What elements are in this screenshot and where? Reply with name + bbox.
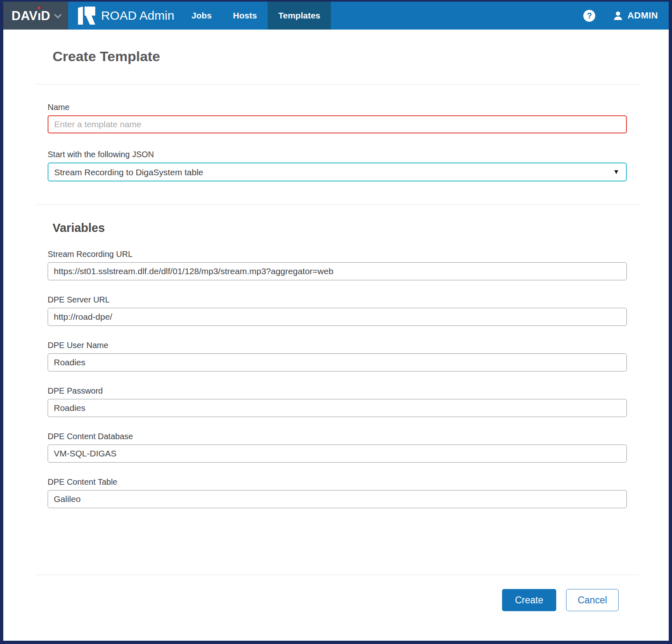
dpe-password-label: DPE Password (48, 386, 627, 396)
road-logo-icon (78, 7, 95, 25)
help-icon[interactable]: ? (583, 10, 595, 22)
david-logo-left: DAV (11, 9, 37, 22)
divider (37, 84, 639, 85)
dpe-content-database-input[interactable] (48, 445, 627, 463)
dpe-content-table-input[interactable] (48, 490, 627, 508)
divider (37, 204, 639, 205)
dpe-user-name-group: DPE User Name (48, 341, 627, 371)
json-select-group: Start with the following JSON Stream Rec… (48, 150, 627, 181)
name-label: Name (48, 103, 627, 112)
david-menu[interactable]: DAVıD (3, 2, 68, 30)
dpe-password-group: DPE Password (48, 386, 627, 417)
app-window: DAVıD ROAD Admin Jobs Hosts Templates ? (0, 0, 672, 644)
dpe-server-url-input[interactable] (48, 308, 627, 326)
road-logo (78, 2, 95, 30)
name-field-group: Name (48, 103, 627, 133)
dpe-content-database-label: DPE Content Database (48, 432, 627, 441)
stream-recording-url-input[interactable] (48, 262, 627, 280)
nav-tabs: Jobs Hosts Templates (181, 2, 331, 30)
dpe-server-url-group: DPE Server URL (48, 295, 627, 326)
create-button[interactable]: Create (502, 589, 556, 611)
chevron-down-icon (54, 14, 62, 19)
json-select-label: Start with the following JSON (48, 150, 627, 159)
dpe-content-table-group: DPE Content Table (48, 477, 627, 508)
nav-right: ? ADMIN (583, 2, 669, 30)
form-actions: Create Cancel (48, 589, 627, 611)
top-nav: DAVıD ROAD Admin Jobs Hosts Templates ? (3, 2, 669, 30)
dpe-content-table-label: DPE Content Table (48, 477, 627, 487)
variables-heading: Variables (53, 221, 627, 235)
help-glyph: ? (587, 11, 592, 21)
dpe-server-url-label: DPE Server URL (48, 295, 627, 305)
nav-tab-jobs[interactable]: Jobs (181, 2, 222, 30)
dpe-password-input[interactable] (48, 399, 627, 417)
nav-tab-hosts[interactable]: Hosts (222, 2, 268, 30)
david-logo-i: ı (37, 9, 41, 22)
stream-recording-url-group: Stream Recording URL (48, 250, 627, 280)
nav-tab-templates[interactable]: Templates (268, 2, 331, 30)
dpe-user-name-label: DPE User Name (48, 341, 627, 350)
footer-divider (37, 575, 639, 575)
main-content: Create Template Name Start with the foll… (3, 48, 669, 611)
app-title: ROAD Admin (101, 9, 174, 23)
json-template-select[interactable]: Stream Recording to DigaSystem table (48, 163, 627, 181)
user-menu[interactable]: ADMIN (612, 10, 658, 21)
david-logo-right: D (41, 9, 50, 22)
stream-recording-url-label: Stream Recording URL (48, 250, 627, 259)
dpe-content-database-group: DPE Content Database (48, 432, 627, 463)
page-title: Create Template (53, 48, 627, 64)
json-select-wrap: Stream Recording to DigaSystem table ▼ (48, 163, 627, 181)
david-logo: DAVıD (11, 9, 50, 22)
user-label: ADMIN (627, 10, 658, 21)
user-icon (612, 10, 624, 21)
dpe-user-name-input[interactable] (48, 353, 627, 371)
template-name-input[interactable] (48, 115, 627, 133)
cancel-button[interactable]: Cancel (566, 589, 619, 611)
